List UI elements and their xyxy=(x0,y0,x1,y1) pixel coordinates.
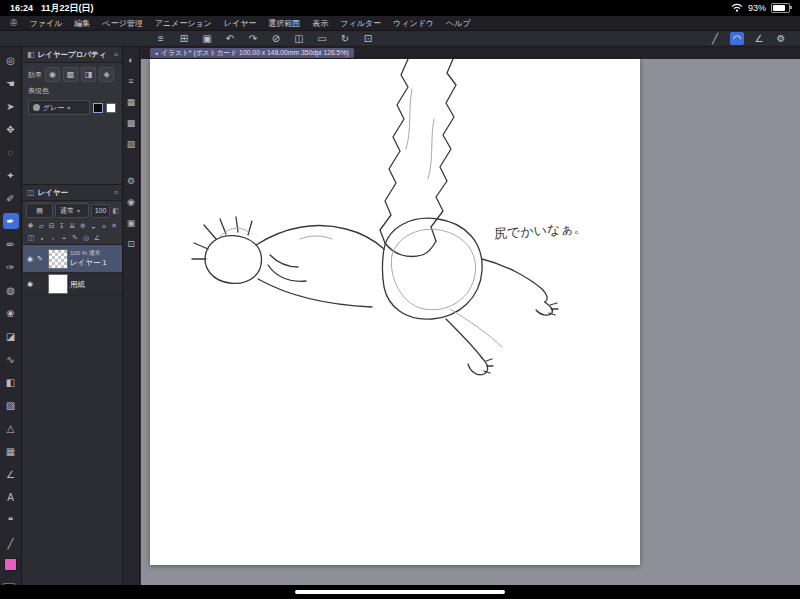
menu-item-view[interactable]: 表示 xyxy=(312,18,328,29)
balloon-tool-icon[interactable]: ❝ xyxy=(3,512,19,528)
pencil-tool-icon[interactable]: ✏ xyxy=(3,236,19,252)
layer-visibility-icon[interactable]: ◉ xyxy=(25,255,35,263)
menu-item-layer[interactable]: レイヤー xyxy=(224,18,257,29)
text-tool-icon[interactable]: A xyxy=(3,489,19,505)
main-menu-icon[interactable]: ≡ xyxy=(154,32,168,45)
clip-to-layer-below-icon[interactable]: ◫ xyxy=(26,233,36,243)
tool-property-icon[interactable]: ⚙ xyxy=(125,174,138,187)
enable-mask-icon[interactable]: ◓ xyxy=(59,233,69,243)
expression-color-dropdown[interactable]: グレー ▾ xyxy=(28,100,90,115)
menu-item-file[interactable]: ファイル xyxy=(30,18,63,29)
set-as-reference-icon[interactable]: ◎ xyxy=(81,233,91,243)
fit-to-screen-icon[interactable]: ⊡ xyxy=(361,32,375,45)
extract-line-icon[interactable]: ◈ xyxy=(99,67,114,82)
redo-icon[interactable]: ↷ xyxy=(246,32,260,45)
snap-to-special-ruler-icon[interactable]: ◠ xyxy=(730,32,744,45)
layer-thumbnail[interactable] xyxy=(48,249,68,269)
ruler-tool-icon[interactable]: ∠ xyxy=(3,466,19,482)
ruler-range-icon[interactable]: ∠ xyxy=(92,233,102,243)
toolbar-settings-icon[interactable]: ⚙ xyxy=(774,32,788,45)
hand-tool-icon[interactable]: ☚ xyxy=(3,75,19,91)
menu-item-window[interactable]: ウィンドウ xyxy=(393,18,434,29)
layer-mask-icon[interactable]: ◒ xyxy=(89,221,98,231)
chevron-down-icon: ▾ xyxy=(77,207,80,214)
layer-palette-dropdown[interactable]: ▤ xyxy=(26,203,53,218)
operation-tool-icon[interactable]: ➤ xyxy=(3,98,19,114)
undo-icon[interactable]: ↶ xyxy=(223,32,237,45)
layer-property-menu-icon[interactable]: ≡ xyxy=(114,51,118,58)
set-as-draft-icon[interactable]: ✎ xyxy=(70,233,80,243)
layer-color-icon[interactable]: ◨ xyxy=(81,67,96,82)
wifi-icon xyxy=(731,3,743,14)
layer-row-layer-1[interactable]: ◉ ✎ 100 % 通常 レイヤー 1 xyxy=(23,245,122,273)
blend-mode-dropdown[interactable]: 通常 ▾ xyxy=(55,203,89,218)
blend-tool-icon[interactable]: ∿ xyxy=(3,351,19,367)
layer-visibility-icon[interactable]: ◉ xyxy=(25,280,35,288)
brush-size-icon[interactable]: ◉ xyxy=(125,195,138,208)
fill-tool-icon[interactable]: ◧ xyxy=(3,374,19,390)
auto-select-tool-icon[interactable]: ✦ xyxy=(3,167,19,183)
transfer-down-icon[interactable]: ↧ xyxy=(57,221,66,231)
layer-menu-icon[interactable]: ≡ xyxy=(99,221,108,231)
snap-to-ruler-icon[interactable]: ╱ xyxy=(708,32,722,45)
save-icon[interactable]: ▣ xyxy=(200,32,214,45)
rotate-canvas-icon[interactable]: ↻ xyxy=(338,32,352,45)
document-tab[interactable]: ● イラスト* (ポストカード 100.00 x 148.00mm 350dpi… xyxy=(150,48,354,58)
new-layer-icon[interactable]: ✚ xyxy=(26,221,35,231)
combine-layers-icon[interactable]: ⊕ xyxy=(78,221,87,231)
eyedropper-tool-icon[interactable]: ✐ xyxy=(3,190,19,206)
layer-name[interactable]: レイヤー 1 xyxy=(70,258,107,267)
layer-name[interactable]: 用紙 xyxy=(70,280,85,289)
drawing-canvas[interactable]: 尻でかいなぁ。 xyxy=(150,59,640,565)
approximate-colors-icon[interactable]: ▩ xyxy=(125,116,138,129)
app-logo-icon[interactable]: ✇ xyxy=(10,18,18,28)
lock-transparent-pixels-icon[interactable]: ▫ xyxy=(48,233,58,243)
merge-down-icon[interactable]: ⇊ xyxy=(68,221,77,231)
snap-to-grid-icon[interactable]: ∠ xyxy=(752,32,766,45)
delete-layer-icon[interactable]: ✕ xyxy=(110,221,119,231)
black-swatch[interactable] xyxy=(93,103,103,113)
decoration-tool-icon[interactable]: ❀ xyxy=(3,305,19,321)
layer-panel-menu-icon[interactable]: ≡ xyxy=(114,189,118,196)
line-correction-tool-icon[interactable]: ╱ xyxy=(3,535,19,551)
layer-row-paper[interactable]: ◉ 用紙 xyxy=(23,273,122,296)
paper-thumbnail[interactable] xyxy=(48,274,68,294)
brush-tool-icon[interactable]: ✑ xyxy=(3,259,19,275)
color-set-icon[interactable]: ▦ xyxy=(125,95,138,108)
zoom-tool-icon[interactable]: ◎ xyxy=(3,52,19,68)
eraser-tool-icon[interactable]: ◪ xyxy=(3,328,19,344)
airbrush-tool-icon[interactable]: ◍ xyxy=(3,282,19,298)
frame-border-tool-icon[interactable]: ▦ xyxy=(3,443,19,459)
layer-move-tool-icon[interactable]: ✥ xyxy=(3,121,19,137)
menu-item-edit[interactable]: 編集 xyxy=(74,18,90,29)
opacity-field[interactable]: 100 xyxy=(91,204,111,218)
menu-item-help[interactable]: ヘルプ xyxy=(446,18,471,29)
color-sliders-icon[interactable]: ≡ xyxy=(125,74,138,87)
menu-item-selection[interactable]: 選択範囲 xyxy=(268,18,300,29)
figure-tool-icon[interactable]: △ xyxy=(3,420,19,436)
deselect-icon[interactable]: ◫ xyxy=(292,32,306,45)
menu-item-filter[interactable]: フィルター xyxy=(340,18,381,29)
selection-tool-icon[interactable]: ◌ xyxy=(3,144,19,160)
select-area-icon[interactable]: ▭ xyxy=(315,32,329,45)
main-color-swatch[interactable] xyxy=(4,558,17,571)
gradient-tool-icon[interactable]: ▨ xyxy=(3,397,19,413)
new-folder-icon[interactable]: ▱ xyxy=(36,221,45,231)
lock-layer-icon[interactable]: ▪ xyxy=(37,233,47,243)
menu-item-animation[interactable]: アニメーション xyxy=(155,18,212,29)
material-icon[interactable]: ▣ xyxy=(125,216,138,229)
new-canvas-icon[interactable]: ⊞ xyxy=(177,32,191,45)
border-effect-icon[interactable]: ◉ xyxy=(45,67,60,82)
pen-tool-icon[interactable]: ✒ xyxy=(3,213,19,229)
white-swatch[interactable] xyxy=(106,103,116,113)
clear-icon[interactable]: ⊘ xyxy=(269,32,283,45)
menu-item-page-manage[interactable]: ページ管理 xyxy=(102,18,142,29)
home-indicator[interactable] xyxy=(295,590,505,594)
tone-effect-icon[interactable]: ▩ xyxy=(63,67,78,82)
palette-column: ◧ レイヤープロパティ ≡ 効果 ◉ ▩ ◨ ◈ 表現色 グレー ▾ xyxy=(23,47,122,585)
intermediate-colors-icon[interactable]: ▨ xyxy=(125,137,138,150)
expression-color-value: グレー xyxy=(43,103,64,113)
color-wheel-icon[interactable]: ◐ xyxy=(125,53,138,66)
navigator-icon[interactable]: ⊡ xyxy=(125,237,138,250)
duplicate-layer-icon[interactable]: ⊟ xyxy=(47,221,56,231)
